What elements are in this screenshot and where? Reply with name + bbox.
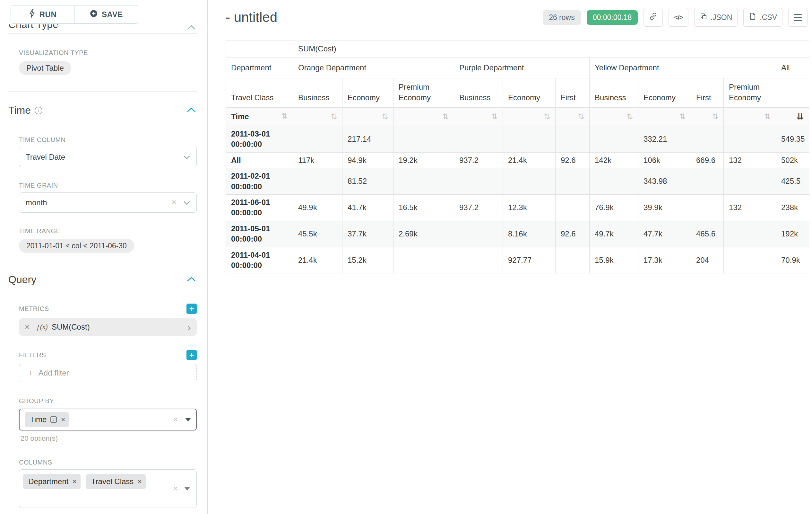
department-header: Orange Department <box>293 57 454 78</box>
time-grain-label: TIME GRAIN <box>19 182 197 189</box>
sort-icon[interactable]: ⇅ <box>764 112 771 121</box>
remove-metric-icon[interactable]: × <box>25 323 30 331</box>
chevron-up-icon[interactable] <box>187 24 196 31</box>
time-column-label: TIME COLUMN <box>19 136 197 143</box>
caret-right-icon[interactable]: › <box>187 322 191 332</box>
view-query-button[interactable]: </> <box>669 8 688 27</box>
value-cell <box>394 126 454 153</box>
sort-icon[interactable]: ⇅ <box>442 112 449 121</box>
value-cell: 92.6 <box>556 221 589 247</box>
department-header: Yellow Department <box>589 57 776 78</box>
sort-header[interactable]: ⇅ <box>394 108 454 126</box>
value-cell <box>293 168 343 195</box>
value-cell: 15.9k <box>589 247 638 273</box>
sort-header[interactable]: ⇅ <box>638 108 691 126</box>
value-cell <box>724 126 776 153</box>
sort-icon[interactable]: ⇅ <box>281 111 288 121</box>
value-cell <box>454 168 503 195</box>
viz-type-pill[interactable]: Pivot Table <box>19 61 71 75</box>
columns-tag[interactable]: Department × <box>23 474 81 489</box>
sort-header[interactable]: ⇅ <box>589 108 638 126</box>
value-cell: 81.52 <box>343 168 394 195</box>
sort-icon[interactable]: ⇅ <box>491 112 497 121</box>
travel-class-header-row: Travel Class Business Economy Premium Ec… <box>226 78 809 108</box>
chevron-down-icon[interactable] <box>183 153 190 162</box>
sort-icon[interactable]: ⇅ <box>679 112 686 121</box>
sort-icon[interactable]: ⇅ <box>544 112 550 121</box>
code-icon: </> <box>674 13 683 21</box>
save-button[interactable]: SAVE <box>75 5 138 24</box>
row-header: 2011-04-01 00:00:00 <box>226 247 293 273</box>
chevron-down-icon[interactable] <box>183 198 190 207</box>
sort-icon[interactable]: ⇅ <box>578 112 584 121</box>
sort-header-time[interactable]: Time⇅ <box>226 108 293 126</box>
remove-tag-icon[interactable]: × <box>137 478 142 485</box>
chart-panel: - untitled 26 rows 00:00:00.18 </> <box>208 0 812 514</box>
metrics-label: METRICS <box>19 305 49 313</box>
sort-header[interactable]: ⇅ <box>556 108 589 126</box>
sort-icon[interactable]: ⇅ <box>382 112 388 121</box>
columns-select[interactable]: Department × Travel Class × × <box>19 469 197 508</box>
sort-icon[interactable]: ⇅ <box>330 112 337 121</box>
time-range-label: TIME RANGE <box>19 227 197 235</box>
group-by-select[interactable]: Time i × × <box>19 409 197 431</box>
metric-option[interactable]: × ƒ(x) SUM(Cost) › <box>19 318 197 336</box>
row-count-badge: 26 rows <box>543 10 581 25</box>
hamburger-icon <box>794 14 802 21</box>
value-cell: 19.2k <box>394 152 454 168</box>
value-cell <box>724 221 776 247</box>
time-range-pill[interactable]: 2011-01-01 ≤ col < 2011-06-30 <box>19 239 134 253</box>
pivot-table: SUM(Cost) Department Orange Department P… <box>226 40 809 273</box>
clear-icon[interactable]: × <box>173 415 178 424</box>
sort-header-row: Time⇅ ⇅ ⇅ ⇅ ⇅ ⇅ ⇅ ⇅ ⇅ ⇅ ⇅ ⇊ <box>226 108 809 126</box>
export-json-button[interactable]: .JSON <box>694 8 738 27</box>
group-by-tag[interactable]: Time i × <box>25 412 69 427</box>
time-grain-select[interactable]: month × <box>19 192 197 213</box>
class-header: Business <box>589 78 638 108</box>
clear-icon[interactable]: × <box>173 484 178 493</box>
sort-header[interactable]: ⇅ <box>343 108 394 126</box>
plus-circle-icon <box>90 9 98 20</box>
value-cell: 204 <box>691 247 724 273</box>
sort-header[interactable]: ⇅ <box>691 108 724 126</box>
run-button[interactable]: RUN <box>10 5 75 24</box>
time-section-title: Time <box>8 104 31 116</box>
share-link-button[interactable] <box>643 8 663 27</box>
value-cell: 549.35 <box>776 126 809 153</box>
sort-header[interactable]: ⇅ <box>503 108 556 126</box>
sort-header-all[interactable]: ⇊ <box>776 108 809 126</box>
collapse-chevron-icon[interactable] <box>187 277 196 283</box>
value-cell: 17.3k <box>638 247 691 273</box>
sort-header[interactable]: ⇅ <box>454 108 503 126</box>
sort-icon[interactable]: ⇅ <box>627 112 633 121</box>
metric-name: SUM(Cost) <box>52 323 90 331</box>
sort-header[interactable]: ⇅ <box>724 108 776 126</box>
group-by-label: GROUP BY <box>19 397 197 405</box>
query-section-header[interactable]: Query <box>8 274 196 286</box>
export-csv-button[interactable]: .CSV <box>743 8 782 27</box>
menu-button[interactable] <box>788 8 808 27</box>
value-cell: 45.5k <box>293 221 343 247</box>
add-filter-plus-button[interactable]: + <box>186 350 197 360</box>
time-section-header[interactable]: Time i <box>8 104 196 116</box>
value-cell: 92.6 <box>556 152 589 168</box>
chart-title[interactable]: - untitled <box>226 9 277 25</box>
caret-down-icon[interactable] <box>184 487 190 491</box>
add-metric-button[interactable]: + <box>186 304 197 314</box>
class-header: First <box>691 78 724 108</box>
divider <box>8 267 197 267</box>
collapse-chevron-icon[interactable] <box>187 107 196 114</box>
remove-tag-icon[interactable]: × <box>72 478 77 485</box>
sort-header[interactable]: ⇅ <box>293 108 343 126</box>
sort-desc-icon[interactable]: ⇊ <box>796 111 804 122</box>
caret-down-icon[interactable] <box>185 418 191 422</box>
time-column-select[interactable]: Travel Date <box>19 147 197 167</box>
add-filter-button[interactable]: + Add filter <box>19 364 197 382</box>
value-cell: 937.2 <box>454 152 503 168</box>
columns-tag[interactable]: Travel Class × <box>86 474 146 489</box>
clear-icon[interactable]: × <box>171 198 176 207</box>
remove-tag-icon[interactable]: × <box>61 416 65 424</box>
sort-icon[interactable]: ⇅ <box>712 112 718 121</box>
value-cell: 49.9k <box>293 194 343 221</box>
value-cell: 117k <box>293 152 343 168</box>
